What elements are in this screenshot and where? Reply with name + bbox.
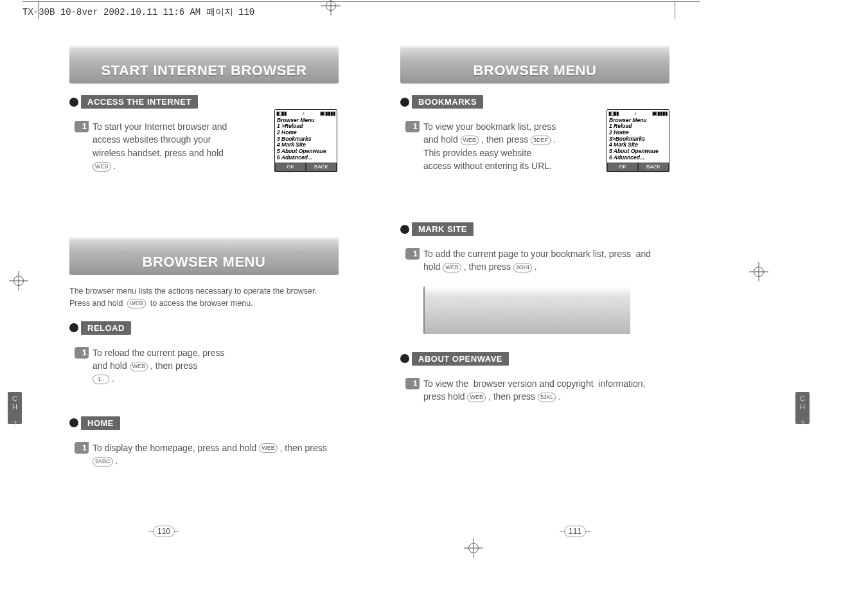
phone-screen-mock: ▮▯▮▮ ♪ ▣▮▮▮▮ Browser Menu 1 Reload 2 Hom… xyxy=(607,109,669,172)
softkey-ok: OK xyxy=(275,163,306,172)
registration-mark-icon xyxy=(321,0,341,15)
phone-menu-item: 6 Aduanced... xyxy=(275,155,337,161)
web-key-icon: WEB xyxy=(467,393,486,402)
step: 1 To display the homepage, press and hol… xyxy=(93,441,339,468)
subsection-label: HOME xyxy=(81,416,120,430)
section-title: BROWSER MENU xyxy=(69,236,339,275)
page-number: 110 xyxy=(153,526,175,537)
page-number: 111 xyxy=(564,526,586,537)
softkey-back: BACK xyxy=(638,163,669,172)
one-key-icon: 1.. xyxy=(93,375,109,384)
five-key-icon: 5JKL xyxy=(538,393,556,402)
web-key-icon: WEB xyxy=(127,299,146,308)
signal-icon: ▮▯▮▮ xyxy=(276,111,287,116)
phone-screen-mock: ▮▯▮▮ ♪ ▣▮▮▮▮ Browser Menu 1 >Reload 2 Ho… xyxy=(274,109,337,172)
softkey-ok: OK xyxy=(607,163,638,172)
page-left: C H 7 START INTERNET BROWSER ACCESS THE … xyxy=(39,19,369,540)
web-key-icon: WEB xyxy=(461,136,479,145)
chapter-tab-c: C xyxy=(12,395,17,402)
page-spread: C H 7 START INTERNET BROWSER ACCESS THE … xyxy=(39,19,700,540)
step: 1 To reload the current page, press and … xyxy=(93,346,339,386)
three-key-icon: 3DEF xyxy=(531,136,551,145)
crop-guide xyxy=(675,1,675,19)
registration-mark-icon xyxy=(749,262,768,281)
signal-icon: ▮▯▮▮ xyxy=(608,111,619,116)
web-key-icon: WEB xyxy=(259,443,278,453)
subsection-label: RELOAD xyxy=(81,321,131,335)
subsection-label: ABOUT OPENWAVE xyxy=(412,352,509,366)
chapter-tab: C H 7 xyxy=(795,392,810,424)
step-badge-icon: 1 xyxy=(75,121,89,132)
top-crop-rule xyxy=(22,1,700,2)
sound-icon: ♪ xyxy=(302,111,305,116)
section-title: BROWSER MENU xyxy=(400,45,669,84)
decorative-block xyxy=(423,287,630,334)
two-key-icon: 2ABC xyxy=(93,457,113,466)
softkey-back: BACK xyxy=(306,163,337,172)
step-text: To start your Internet browser and acces… xyxy=(93,120,240,172)
step-text: To add the current page to your bookmark… xyxy=(423,249,651,272)
sound-icon: ♪ xyxy=(634,111,637,116)
intro-text: The browser menu lists the actions neces… xyxy=(69,285,339,310)
step-badge-icon: 1 xyxy=(75,442,89,454)
step-badge-icon: 1 xyxy=(405,121,420,132)
battery-icon: ▣▮▮▮▮ xyxy=(320,111,335,116)
file-header: TX-30B 10-8ver 2002.10.11 11:6 AM 페이지 11… xyxy=(22,6,254,18)
web-key-icon: WEB xyxy=(130,362,148,371)
step-badge-icon: 1 xyxy=(75,347,89,359)
subsection-label: BOOKMARKS xyxy=(412,95,483,109)
chapter-tab-num: 7 xyxy=(13,420,17,428)
step-badge-icon: 1 xyxy=(405,248,420,260)
step-text: To view the browser version and copyrigh… xyxy=(423,378,646,402)
registration-mark-icon xyxy=(9,271,28,290)
step-text: To view your bookmark list, press and ho… xyxy=(423,120,558,172)
four-key-icon: 4GHI xyxy=(513,263,532,272)
registration-mark-icon xyxy=(464,538,483,558)
subsection-label: MARK SITE xyxy=(412,222,474,236)
subsection-label: ACCESS THE INTERNET xyxy=(81,95,198,109)
step-text: To reload the current page, press and ho… xyxy=(93,346,240,386)
phone-menu-item: 6 Aduanced... xyxy=(607,155,669,161)
step: 1 To add the current page to your bookma… xyxy=(423,247,669,274)
web-key-icon: WEB xyxy=(93,162,111,172)
web-key-icon: WEB xyxy=(443,263,461,272)
page-right: C H 7 BROWSER MENU BOOKMARKS 1 To view y… xyxy=(369,19,700,540)
step: 1 To view the browser version and copyri… xyxy=(423,377,669,404)
section-title: START INTERNET BROWSER xyxy=(69,45,339,84)
chapter-tab: C H 7 xyxy=(8,392,22,424)
step-badge-icon: 1 xyxy=(405,378,420,389)
chapter-tab-h: H xyxy=(12,403,17,411)
battery-icon: ▣▮▮▮▮ xyxy=(652,111,668,116)
step-text: To display the homepage, press and hold … xyxy=(93,443,327,466)
